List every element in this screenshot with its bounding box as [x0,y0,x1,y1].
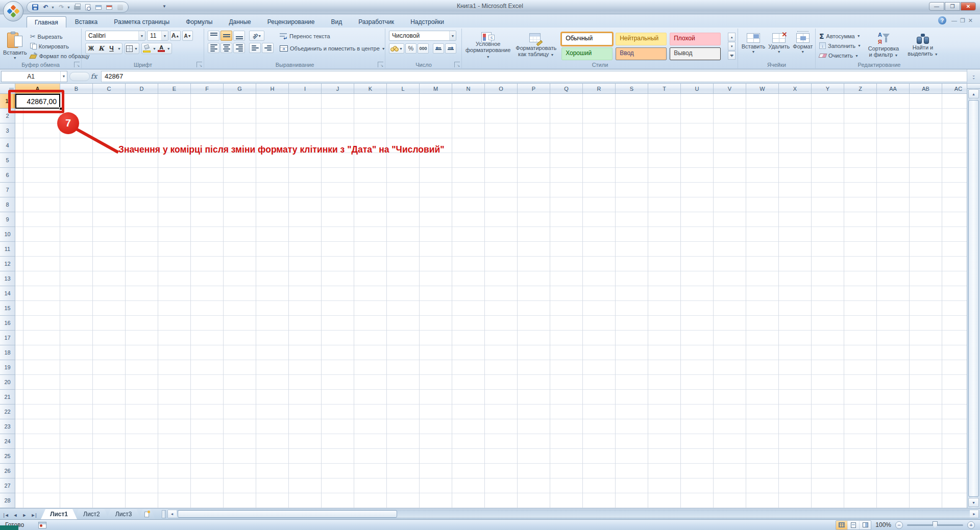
zoom-level[interactable]: 100% [875,521,891,528]
row-header-27[interactable]: 27 [0,478,15,493]
delete-cells-button[interactable]: ✕ Удалить▼ [768,31,790,60]
increase-font-icon[interactable]: A▲ [170,31,181,41]
insert-function-button[interactable]: fx [67,70,101,83]
help-icon[interactable]: ? [938,16,946,24]
font-family-combo[interactable]: Calibri▼ [85,31,145,41]
borders-button[interactable]: ▼ [125,43,139,54]
last-sheet-icon[interactable]: ►| [30,513,38,518]
column-header-G[interactable]: G [224,84,256,94]
column-header-E[interactable]: E [158,84,191,94]
row-header-10[interactable]: 10 [0,227,15,242]
percent-format-button[interactable]: % [405,43,416,54]
fill-color-dropdown-icon[interactable]: ▼ [153,47,156,51]
tab-надстройки[interactable]: Надстройки [403,16,452,28]
zoom-slider[interactable] [907,524,963,526]
fill-color-icon[interactable] [143,45,151,53]
first-sheet-icon[interactable]: |◄ [2,513,10,518]
column-header-W[interactable]: W [746,84,779,94]
gallery-down-icon[interactable]: ▼ [728,42,736,51]
format-cells-button[interactable]: Формат▼ [793,31,813,60]
row-header-21[interactable]: 21 [0,390,15,405]
fill-button[interactable]: ↓Заполнить▼ [819,41,861,50]
row-header-18[interactable]: 18 [0,345,15,360]
zoom-slider-thumb[interactable] [933,521,938,528]
font-color-dropdown-icon[interactable]: ▼ [167,47,170,51]
column-header-B[interactable]: B [60,84,93,94]
row-header-14[interactable]: 14 [0,286,15,301]
paste-dropdown-icon[interactable]: ▼ [13,56,17,60]
tab-разметка-страницы[interactable]: Разметка страницы [106,16,177,28]
column-header-D[interactable]: D [126,84,158,94]
minimize-button[interactable]: — [929,2,944,11]
scroll-right-icon[interactable]: ► [970,510,978,518]
autosum-button[interactable]: ΣАвтосумма▼ [819,32,861,40]
close-button[interactable]: ✕ [961,2,976,11]
horizontal-scrollbar[interactable]: ◄ ► [167,510,979,518]
scroll-left-icon[interactable]: ◄ [168,510,177,518]
prev-sheet-icon[interactable]: ◄ [11,513,19,518]
increase-indent-button[interactable] [262,43,274,53]
column-header-AA[interactable]: AA [877,84,910,94]
row-header-19[interactable]: 19 [0,360,15,375]
column-header-L[interactable]: L [387,84,420,94]
horizontal-scroll-thumb[interactable] [178,510,397,518]
number-dialog-launcher[interactable]: ↘ [454,62,460,67]
column-header-C[interactable]: C [93,84,126,94]
align-bottom-button[interactable] [233,31,245,41]
column-header-F[interactable]: F [191,84,224,94]
row-header-8[interactable]: 8 [0,197,15,212]
column-header-P[interactable]: P [518,84,550,94]
row-header-6[interactable]: 6 [0,168,15,183]
row-header-26[interactable]: 26 [0,464,15,478]
format-painter-button[interactable]: Формат по образцу [30,52,90,60]
column-header-X[interactable]: X [779,84,812,94]
font-color-icon[interactable]: А [158,45,165,52]
align-right-button[interactable] [233,43,245,53]
row-header-7[interactable]: 7 [0,183,15,197]
column-header-Z[interactable]: Z [844,84,877,94]
underline-button[interactable]: Ч [107,44,116,53]
vertical-scrollbar[interactable]: ▲ ▼ [967,84,980,508]
comma-format-button[interactable]: 000 [418,43,429,54]
increase-decimal-button[interactable] [433,43,444,54]
style-хороший[interactable]: Хороший [561,47,612,60]
find-select-button[interactable]: Найти и выделить ▼ [906,31,940,60]
style-нейтральный[interactable]: Нейтральный [616,33,667,45]
align-left-button[interactable] [208,43,219,53]
vertical-scroll-thumb[interactable] [968,100,979,497]
orientation-button[interactable]: ab▼ [249,31,264,41]
style-обычный[interactable]: Обычный [561,33,612,45]
style-вывод[interactable]: Вывод [670,47,721,60]
column-header-T[interactable]: T [648,84,681,94]
name-box-dropdown-icon[interactable]: ▼ [60,71,67,82]
gallery-more-icon[interactable]: ▬▼ [728,51,736,60]
gallery-up-icon[interactable]: ▲ [728,33,736,41]
expand-formula-bar-icon[interactable]: ⌄⌄ [967,69,980,83]
normal-view-button[interactable] [836,521,847,529]
font-dialog-launcher[interactable]: ↘ [197,62,202,67]
column-header-AB[interactable]: AB [910,84,942,94]
clipboard-dialog-launcher[interactable]: ↘ [74,62,80,67]
column-header-U[interactable]: U [681,84,714,94]
row-header-4[interactable]: 4 [0,138,15,153]
column-header-AC[interactable]: AC [942,84,967,94]
column-header-S[interactable]: S [616,84,648,94]
insert-cells-button[interactable]: Вставить▼ [742,31,766,60]
macro-record-icon[interactable] [38,522,46,528]
column-header-Y[interactable]: Y [812,84,844,94]
tab-вставка[interactable]: Вставка [67,16,106,28]
row-header-20[interactable]: 20 [0,375,15,390]
insert-worksheet-tab[interactable] [138,509,156,519]
tab-рецензирование[interactable]: Рецензирование [260,16,323,28]
name-box[interactable]: A1 ▼ [1,71,67,82]
sheet-tab-лист3[interactable]: Лист3 [106,509,141,519]
tab-вид[interactable]: Вид [323,16,350,28]
cut-button[interactable]: ✂Вырезать [30,32,90,41]
row-header-11[interactable]: 11 [0,242,15,257]
column-header-R[interactable]: R [583,84,616,94]
column-header-Q[interactable]: Q [550,84,583,94]
page-break-view-button[interactable] [860,521,871,529]
row-header-28[interactable]: 28 [0,493,15,508]
row-header-12[interactable]: 12 [0,257,15,271]
align-middle-button[interactable] [220,31,232,41]
